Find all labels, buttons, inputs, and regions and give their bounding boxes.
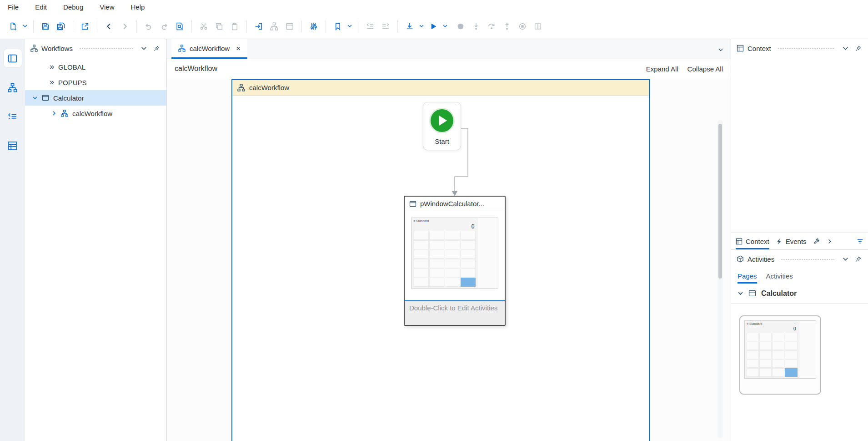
toolbar (0, 14, 868, 39)
calculator-page-thumbnail: ≡ Standard ··· 0 (411, 218, 498, 289)
tab-overflow-icon[interactable] (718, 46, 723, 54)
new-file-icon[interactable] (6, 19, 20, 34)
save-icon[interactable] (38, 19, 53, 34)
table-view-icon[interactable] (4, 137, 22, 155)
filters-icon[interactable] (306, 19, 321, 34)
forward-icon[interactable] (117, 19, 132, 34)
panel-menu-icon[interactable] (139, 46, 148, 51)
start-node[interactable]: Start (423, 102, 461, 150)
new-file-dropdown-icon[interactable] (21, 19, 29, 34)
calc-mode-label: Standard (416, 219, 429, 223)
chevron-down-icon[interactable] (738, 290, 743, 296)
menu-debug[interactable]: Debug (63, 3, 83, 11)
find-in-page-icon[interactable] (172, 19, 187, 34)
back-icon[interactable] (102, 19, 116, 34)
step-out-icon[interactable] (500, 19, 514, 34)
calc-display-value: 0 (413, 223, 476, 231)
deploy-icon[interactable] (402, 19, 417, 34)
workflow-container[interactable]: calcWorkflow Start (231, 79, 650, 441)
panel-menu-icon[interactable] (841, 46, 850, 51)
bookmark-icon[interactable] (331, 19, 345, 34)
tab-activities[interactable]: Activities (766, 268, 793, 284)
panel-menu-icon[interactable] (841, 256, 850, 262)
calc-keypad (413, 231, 476, 287)
hierarchy-view-icon[interactable] (4, 78, 22, 96)
activities-panel-title: Activities (748, 255, 774, 263)
chevron-right-icon[interactable] (51, 111, 57, 116)
drag-handle-dots[interactable] (781, 259, 834, 260)
redo-icon[interactable] (157, 19, 171, 34)
workflow-icon (30, 45, 38, 52)
tab-events-label: Events (786, 238, 807, 245)
window-small-icon[interactable] (282, 19, 297, 34)
outdent-icon[interactable] (363, 19, 377, 34)
run-dropdown-icon[interactable] (442, 19, 449, 34)
workflow-container-header[interactable]: calcWorkflow (232, 80, 649, 96)
columns-icon[interactable] (531, 19, 545, 34)
tree-item-calculator[interactable]: Calculator (25, 90, 166, 106)
workflows-panel-title: Workflows (41, 45, 73, 52)
lightning-icon (776, 238, 783, 245)
window-icon (409, 200, 416, 208)
copy-icon[interactable] (212, 19, 226, 34)
menu-view[interactable]: View (100, 3, 114, 11)
step-into-icon[interactable] (469, 19, 483, 34)
save-all-icon[interactable] (54, 19, 68, 34)
undo-icon[interactable] (141, 19, 156, 34)
chevron-down-icon[interactable] (32, 95, 38, 101)
tab-events[interactable]: Events (776, 233, 807, 249)
close-icon[interactable]: × (236, 45, 241, 52)
page-thumbnail-card[interactable]: ≡ Standard ··· 0 (739, 315, 821, 395)
pin-icon[interactable] (853, 256, 863, 262)
workflow-canvas[interactable]: calcWorkflow Start (167, 78, 731, 441)
stop-icon[interactable] (515, 19, 530, 34)
export-icon[interactable] (78, 19, 92, 34)
scrollbar-thumb[interactable] (718, 124, 722, 279)
editor-area: calcWorkflow × calcWorkflow Expand All C… (167, 39, 731, 441)
expand-right-icon[interactable] (826, 233, 833, 249)
tree-item-popups[interactable]: » POPUPS (25, 75, 166, 90)
pin-icon[interactable] (152, 46, 161, 51)
page-node-header: pWindowCalculator... (405, 197, 505, 211)
indent-icon[interactable] (378, 19, 393, 34)
collapse-all-button[interactable]: Collapse All (687, 65, 723, 73)
paste-icon[interactable] (227, 19, 242, 34)
bookmark-dropdown-icon[interactable] (346, 19, 353, 34)
hamburger-icon: ≡ (747, 322, 748, 325)
cut-icon[interactable] (196, 19, 211, 34)
deploy-dropdown-icon[interactable] (418, 19, 425, 34)
page-node-pwindowcalculator[interactable]: pWindowCalculator... ≡ Standard ··· 0 (404, 196, 506, 326)
wrench-icon[interactable] (813, 233, 820, 249)
filter-icon[interactable] (857, 233, 863, 249)
tab-pages[interactable]: Pages (738, 268, 757, 284)
tab-calcworkflow[interactable]: calcWorkflow × (171, 39, 247, 59)
step-over-icon[interactable] (484, 19, 499, 34)
drag-handle-dots[interactable] (778, 48, 834, 50)
vertical-scrollbar[interactable] (717, 120, 723, 438)
tree-item-global[interactable]: » GLOBAL (25, 59, 166, 75)
calc-keypad (747, 333, 798, 377)
workflow-small-icon[interactable] (267, 19, 281, 34)
calc-history-panel (799, 321, 816, 378)
menu-file[interactable]: File (8, 3, 19, 11)
run-icon[interactable] (426, 19, 441, 34)
pages-activities-tab-bar: Pages Activities (731, 268, 868, 284)
import-icon[interactable] (251, 19, 266, 34)
breadcrumb: calcWorkflow (175, 65, 217, 73)
pages-tree-item-calculator[interactable]: Calculator (731, 284, 868, 304)
page-node-hint: Double-Click to Edit Activities (405, 300, 505, 325)
pages-view-icon[interactable] (4, 49, 22, 67)
menu-help[interactable]: Help (130, 3, 145, 11)
drag-handle-dots[interactable] (79, 48, 133, 50)
tab-label: calcWorkflow (190, 45, 230, 52)
context-panel-title: Context (748, 45, 771, 52)
tree-item-calcworkflow[interactable]: calcWorkflow (25, 106, 166, 121)
start-node-label: Start (423, 137, 461, 145)
pin-icon[interactable] (853, 46, 863, 51)
outline-view-icon[interactable] (4, 107, 22, 126)
record-icon[interactable] (453, 19, 468, 34)
expand-all-button[interactable]: Expand All (646, 65, 678, 73)
tab-context[interactable]: Context (736, 233, 769, 249)
menu-edit[interactable]: Edit (35, 3, 47, 11)
calc-top-icons: ··· (794, 322, 798, 326)
